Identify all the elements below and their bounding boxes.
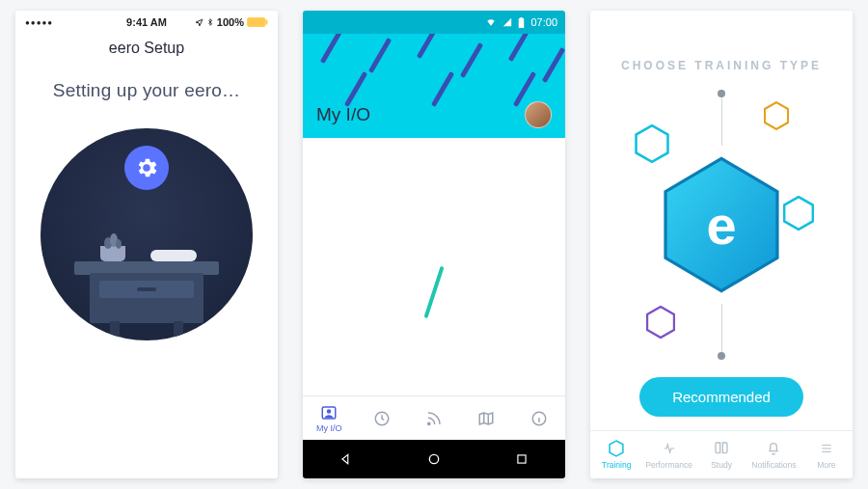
avatar[interactable] — [525, 101, 552, 128]
book-icon — [713, 440, 730, 457]
hex-icon — [608, 440, 625, 457]
tab-label: More — [817, 460, 835, 470]
bottom-tabs: My I/O — [303, 395, 565, 440]
clock-icon — [373, 410, 391, 427]
svg-point-10 — [428, 422, 430, 424]
logo-hex: e — [664, 167, 779, 283]
tab-info[interactable] — [513, 396, 565, 440]
wifi-icon — [485, 17, 497, 27]
ios-status-bar: ●●●●● 9:41 AM 100% — [15, 11, 278, 30]
tab-study[interactable]: Study — [695, 431, 747, 478]
drawer — [99, 281, 194, 298]
info-icon — [530, 410, 548, 427]
tab-label: Performance — [645, 460, 692, 470]
phone-training: CHOOSE TRAINING TYPE — [590, 11, 853, 478]
status-time: 07:00 — [530, 16, 557, 28]
tab-training[interactable]: Training — [590, 431, 642, 478]
svg-marker-17 — [647, 307, 674, 338]
svg-rect-5 — [519, 18, 525, 28]
page-title: eero Setup — [15, 30, 278, 67]
signal-icon — [502, 17, 512, 27]
svg-point-4 — [116, 239, 122, 249]
svg-marker-16 — [784, 197, 813, 230]
tab-label: Notifications — [751, 460, 796, 470]
table-body — [90, 273, 203, 323]
tab-map[interactable] — [460, 396, 512, 440]
map-icon — [477, 410, 495, 427]
gear-icon — [124, 146, 169, 190]
tab-feed[interactable] — [408, 396, 460, 440]
tab-performance[interactable]: Performance — [642, 431, 694, 478]
android-nav-bar — [303, 440, 565, 478]
back-button[interactable] — [338, 450, 355, 468]
home-button[interactable] — [425, 450, 443, 468]
tab-notifications[interactable]: Notifications — [747, 431, 800, 478]
pulse-icon — [661, 440, 678, 457]
app-header: My I/O — [303, 34, 565, 138]
plant — [100, 246, 125, 261]
status-time: 9:41 AM — [15, 16, 278, 28]
svg-marker-19 — [610, 441, 623, 456]
screen-heading: CHOOSE TRAINING TYPE — [590, 40, 853, 82]
setup-heading: Setting up your eero… — [15, 67, 278, 121]
svg-rect-6 — [521, 17, 523, 19]
svg-point-12 — [429, 454, 438, 463]
phone-eero-setup: ●●●●● 9:41 AM 100% eero Setup Setting up… — [15, 11, 278, 478]
menu-icon — [818, 440, 835, 457]
svg-marker-15 — [765, 102, 788, 129]
content-area — [303, 138, 565, 395]
tab-my-io[interactable]: My I/O — [303, 396, 355, 440]
phone-my-io: 07:00 My I/O My I/O — [303, 11, 565, 478]
hex-small — [783, 196, 814, 231]
recents-button[interactable] — [513, 450, 530, 468]
bottom-tabs: Training Performance Study Notifications… — [590, 430, 853, 478]
hex-small — [764, 101, 789, 130]
header-title: My I/O — [316, 104, 370, 125]
rss-icon — [425, 410, 443, 427]
tab-schedule[interactable] — [355, 396, 407, 440]
loading-spinner — [423, 266, 444, 318]
person-card-icon — [320, 404, 338, 421]
table-leg-left — [110, 321, 120, 340]
android-status-bar: 07:00 — [303, 11, 565, 34]
recommended-button[interactable]: Recommended — [639, 377, 803, 417]
tab-label: My I/O — [316, 423, 342, 433]
svg-rect-13 — [518, 455, 526, 463]
tab-label: Training — [602, 460, 631, 470]
bell-icon — [765, 440, 782, 457]
svg-point-8 — [327, 409, 332, 414]
hex-illustration: e — [590, 82, 853, 367]
tab-label: Study — [711, 460, 732, 470]
status-spacer — [590, 11, 853, 40]
table-leg-right — [174, 321, 183, 340]
tab-more[interactable]: More — [800, 431, 853, 478]
logo-letter: e — [706, 194, 736, 257]
eero-device — [150, 250, 197, 261]
illustration — [15, 121, 278, 478]
hex-small — [646, 306, 675, 339]
battery-icon — [518, 17, 525, 28]
